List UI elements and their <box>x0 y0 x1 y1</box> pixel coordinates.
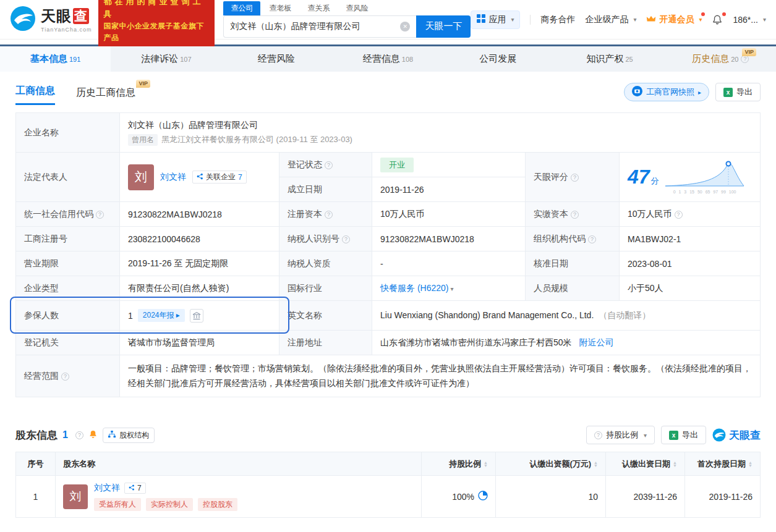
help-icon[interactable] <box>75 431 83 439</box>
help-icon[interactable] <box>342 235 350 243</box>
help-icon[interactable] <box>675 211 683 219</box>
chevron-down-icon: ▾ <box>633 16 636 23</box>
value-insured-count: 1 2024年报 ▸ <box>120 301 279 331</box>
alert-bell-icon[interactable] <box>88 429 98 441</box>
value-business-term: 2019-11-26 至 无固定期限 <box>120 251 279 276</box>
bell-icon <box>712 14 723 25</box>
label-credit-code: 统一社会信用代码 <box>16 202 120 227</box>
apps-grid-icon <box>477 14 485 25</box>
shareholder-relation-badge[interactable]: 7 <box>124 483 146 494</box>
score-axis-ticks: 0 1 3 15 50 65 97 99 100 <box>664 190 746 194</box>
tag-beneficial-owner: 受益所有人 <box>94 498 141 511</box>
export-shareholders-button[interactable]: 导出 <box>661 426 706 444</box>
help-icon[interactable] <box>571 211 579 219</box>
tianyancha-logo[interactable]: 天眼查 TianYanCha.com <box>10 6 92 33</box>
user-account[interactable]: 186*... ▾ <box>733 15 766 25</box>
search-tab-relation[interactable]: 查关系 <box>300 1 337 15</box>
label-tianyan-score: 天眼评分 <box>526 153 620 202</box>
shareholder-name-link[interactable]: 刘文祥 <box>94 483 120 494</box>
industry-link[interactable]: 快餐服务 (H6220) <box>380 283 448 293</box>
notification-dot <box>701 12 705 16</box>
notification-bell[interactable] <box>712 14 723 25</box>
banner-line1: 都在用的商业查询工具 <box>104 0 210 20</box>
vip-badge: VIP <box>742 48 756 56</box>
chevron-right-icon: ▸ <box>698 89 701 96</box>
tianyan-score[interactable]: 47分 0 1 3 15 50 65 97 99 100 <box>628 160 752 194</box>
ratio-filter-dropdown[interactable]: 持股比例 ▾ <box>586 426 655 444</box>
menu-apps[interactable]: 应用 ▾ <box>471 11 520 29</box>
menu-enterprise[interactable]: 企业级产品 ▾ <box>585 14 636 25</box>
logo-cha: 查 <box>73 8 89 24</box>
tab-label: 公司发展 <box>479 53 516 65</box>
help-icon[interactable] <box>325 161 333 169</box>
tab-legal-proceedings[interactable]: 法律诉讼107 <box>111 46 221 72</box>
export-button-label: 导出 <box>736 87 753 98</box>
help-icon[interactable] <box>61 373 69 381</box>
tab-business-info[interactable]: 经营信息108 <box>333 46 443 72</box>
tab-count: 107 <box>180 56 191 63</box>
annual-report-icon-button[interactable] <box>190 309 203 323</box>
banner-line2: 国家中小企业发展子基金旗下产品 <box>104 20 210 43</box>
tab-company-development[interactable]: 公司发展 <box>443 46 554 72</box>
sort-icon[interactable] <box>748 461 753 467</box>
sort-icon[interactable] <box>484 461 488 467</box>
annual-report-badge[interactable]: 2024年报 ▸ <box>138 309 185 322</box>
equity-structure-label: 股权结构 <box>119 430 149 441</box>
sort-icon[interactable] <box>594 461 598 467</box>
search-input[interactable] <box>230 22 400 32</box>
tab-basic-info[interactable]: 基本信息191 <box>0 46 111 72</box>
label-english-name: 英文名称 <box>279 301 372 331</box>
shareholder-avatar[interactable]: 刘 <box>63 484 88 509</box>
related-companies-count: 7 <box>238 173 242 182</box>
pie-chart-icon[interactable] <box>478 491 488 502</box>
value-paid-capital: 10万人民币 <box>620 202 761 227</box>
shareholders-header: 股东信息 1 股权结构 持股比例 ▾ 导出 <box>15 426 761 444</box>
chevron-down-icon: ▾ <box>644 432 647 439</box>
value-business-scope: 一般项目：品牌管理；餐饮管理；市场营销策划。（除依法须经批准的项目外，凭营业执照… <box>120 355 761 397</box>
chevron-down-icon[interactable]: ▾ <box>450 285 453 292</box>
english-name-text: Liu Wenxiang (Shandong) Brand Management… <box>380 310 594 320</box>
search-tab-risk[interactable]: 查风险 <box>338 1 375 15</box>
search-tab-boss[interactable]: 查老板 <box>262 1 299 15</box>
help-icon[interactable] <box>571 174 579 182</box>
clear-search-icon[interactable] <box>400 22 410 32</box>
top-menu: 应用 ▾ 商务合作 企业级产品 ▾ 开通会员 ▾ 186*... ▾ <box>471 11 766 29</box>
main-content: 工商信息 历史工商信息 VIP 工商官网快照 ▸ 导出 企业名称 <box>0 83 776 518</box>
tianyancha-watermark: 天眼查 <box>712 428 761 442</box>
help-icon[interactable] <box>96 211 104 219</box>
promo-banner: 都在用的商业查询工具 国家中小企业发展子基金旗下产品 <box>98 0 215 46</box>
nearby-companies-link[interactable]: 附近公司 <box>579 337 613 347</box>
snapshot-camera-icon <box>632 86 642 98</box>
excel-icon <box>669 431 678 440</box>
sort-icon[interactable] <box>673 461 677 467</box>
related-companies-chip[interactable]: 关联企业 7 <box>192 171 247 184</box>
tab-label: 基本信息 <box>30 53 67 65</box>
subtab-business-registration[interactable]: 工商信息 <box>15 85 55 105</box>
value-reg-no: 230822100046628 <box>120 227 279 251</box>
tab-operation-risk[interactable]: 经营风险 <box>222 46 333 72</box>
header: 天眼查 TianYanCha.com 都在用的商业查询工具 国家中小企业发展子基… <box>0 0 776 40</box>
ratio-value: 100% <box>452 492 474 502</box>
legal-rep-avatar[interactable]: 刘 <box>128 164 154 190</box>
logo-eye-icon <box>10 6 36 33</box>
tab-history-info[interactable]: VIP 历史信息20 <box>665 46 776 72</box>
subtab-history-registration[interactable]: 历史工商信息 VIP <box>76 87 135 105</box>
menu-open-vip[interactable]: 开通会员 ▾ <box>646 14 702 25</box>
search-tabs: 查公司 查老板 查关系 查风险 <box>223 2 471 15</box>
export-button[interactable]: 导出 <box>715 83 761 101</box>
search-button[interactable]: 天眼一下 <box>416 15 471 38</box>
value-reg-status: 开业 <box>372 153 526 177</box>
equity-structure-button[interactable]: 股权结构 <box>103 428 155 443</box>
value-establish-date: 2019-11-26 <box>372 177 526 202</box>
menu-enterprise-label: 企业级产品 <box>585 14 628 25</box>
help-icon[interactable] <box>588 235 596 243</box>
search-tab-company[interactable]: 查公司 <box>223 1 260 15</box>
official-snapshot-button[interactable]: 工商官网快照 ▸ <box>624 83 709 101</box>
help-icon[interactable] <box>325 211 333 219</box>
tab-label: 知识产权 <box>586 53 623 65</box>
related-companies-label: 关联企业 <box>206 172 236 182</box>
tab-intellectual-property[interactable]: 知识产权25 <box>554 46 665 72</box>
excel-icon <box>723 88 733 97</box>
legal-rep-name-link[interactable]: 刘文祥 <box>160 172 186 183</box>
menu-cooperation[interactable]: 商务合作 <box>540 14 575 25</box>
